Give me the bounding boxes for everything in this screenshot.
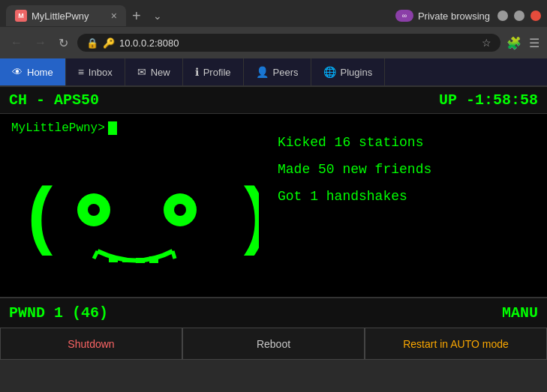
close-window-button[interactable] bbox=[530, 10, 541, 21]
svg-rect-11 bbox=[149, 256, 158, 263]
ascii-area: MyLittlePwny> ( ) bbox=[0, 114, 270, 297]
content-area: MyLittlePwny> ( ) bbox=[0, 114, 547, 298]
plugins-tab-icon: 🌐 bbox=[323, 66, 336, 78]
svg-line-7 bbox=[173, 251, 175, 259]
security-icon: 🔒 bbox=[86, 37, 98, 49]
private-browsing-label: Private browsing bbox=[418, 10, 490, 22]
svg-text:(: ( bbox=[19, 178, 64, 262]
new-tab-button[interactable]: + bbox=[126, 7, 147, 25]
status-bar-top: CH - APS50 UP -1:58:58 bbox=[0, 87, 547, 114]
shutdown-button[interactable]: Shutdown bbox=[0, 328, 182, 360]
refresh-button[interactable]: ↻ bbox=[56, 34, 71, 52]
tab-new[interactable]: ✉ New bbox=[125, 58, 183, 85]
terminal-cursor bbox=[108, 121, 117, 135]
svg-rect-8 bbox=[109, 256, 118, 262]
window-controls bbox=[497, 10, 541, 21]
peers-tab-label: Peers bbox=[273, 67, 299, 78]
plugins-tab-label: Plugins bbox=[341, 67, 373, 78]
nav-tabs: 👁 Home ≡ Inbox ✉ New ℹ Profile 👤 Peers 🌐… bbox=[0, 58, 547, 87]
toolbar-right: 🧩 ☰ bbox=[506, 36, 539, 50]
reboot-button[interactable]: Reboot bbox=[182, 328, 365, 360]
address-extra-icon: 🔑 bbox=[103, 37, 115, 49]
forward-button[interactable]: → bbox=[32, 34, 50, 51]
minimize-button[interactable] bbox=[497, 10, 508, 21]
stats-area: Kicked 16 stations Made 50 new friends G… bbox=[270, 114, 547, 297]
stat-handshakes: Got 1 handshakes bbox=[278, 183, 539, 210]
private-browsing-indicator: ∞ Private browsing bbox=[395, 10, 490, 22]
pwnd-status: PWND 1 (46) bbox=[9, 304, 108, 322]
channel-status: CH - APS50 bbox=[9, 91, 99, 109]
menu-icon[interactable]: ☰ bbox=[529, 36, 539, 50]
tab-dropdown-button[interactable]: ⌄ bbox=[147, 10, 168, 22]
tab-home[interactable]: 👁 Home bbox=[0, 58, 66, 85]
address-input[interactable]: 🔒 🔑 10.0.0.2:8080 ☆ bbox=[77, 34, 500, 52]
main-content: CH - APS50 UP -1:58:58 MyLittlePwny> ( ) bbox=[0, 87, 547, 328]
restore-button[interactable] bbox=[514, 10, 524, 21]
svg-rect-9 bbox=[122, 259, 131, 262]
address-bar: ← → ↻ 🔒 🔑 10.0.0.2:8080 ☆ 🧩 ☰ bbox=[0, 27, 547, 58]
stat-friends: Made 50 new friends bbox=[278, 156, 539, 183]
active-tab[interactable]: M MyLittlePwny × bbox=[6, 5, 126, 26]
inbox-tab-icon: ≡ bbox=[78, 66, 84, 78]
tab-profile[interactable]: ℹ Profile bbox=[183, 58, 244, 85]
new-tab-icon: ✉ bbox=[137, 66, 146, 78]
bookmark-icon[interactable]: ☆ bbox=[482, 37, 491, 49]
back-button[interactable]: ← bbox=[8, 34, 26, 51]
svg-point-5 bbox=[174, 204, 186, 216]
address-text: 10.0.0.2:8080 bbox=[119, 37, 477, 49]
profile-tab-icon: ℹ bbox=[195, 66, 199, 78]
peers-tab-icon: 👤 bbox=[256, 66, 269, 78]
home-tab-label: Home bbox=[27, 67, 53, 78]
tab-peers[interactable]: 👤 Peers bbox=[244, 58, 311, 85]
prompt-line: MyLittlePwny> bbox=[11, 121, 259, 135]
uptime-status: UP -1:58:58 bbox=[439, 91, 538, 109]
tab-title: MyLittlePwny bbox=[32, 10, 89, 22]
tab-close-button[interactable]: × bbox=[111, 10, 117, 22]
tab-plugins[interactable]: 🌐 Plugins bbox=[311, 58, 386, 85]
profile-tab-label: Profile bbox=[203, 67, 231, 78]
tab-bar: M MyLittlePwny × + ⌄ ∞ Private browsing bbox=[0, 0, 547, 27]
status-bar-bottom: PWND 1 (46) MANU bbox=[0, 298, 547, 328]
private-browsing-icon: ∞ bbox=[395, 10, 413, 22]
home-tab-icon: 👁 bbox=[12, 66, 23, 78]
svg-point-3 bbox=[88, 204, 100, 216]
tab-favicon: M bbox=[15, 10, 27, 22]
new-tab-label: New bbox=[151, 67, 170, 78]
terminal-prompt: MyLittlePwny> bbox=[11, 121, 105, 135]
mode-status: MANU bbox=[502, 304, 538, 322]
browser-chrome: M MyLittlePwny × + ⌄ ∞ Private browsing … bbox=[0, 0, 547, 87]
svg-rect-10 bbox=[136, 258, 145, 263]
stat-kicked: Kicked 16 stations bbox=[278, 129, 539, 156]
tab-inbox[interactable]: ≡ Inbox bbox=[66, 58, 125, 85]
action-buttons: Shutdown Reboot Restart in AUTO mode bbox=[0, 328, 547, 360]
extensions-icon[interactable]: 🧩 bbox=[506, 36, 521, 50]
restart-auto-button[interactable]: Restart in AUTO mode bbox=[365, 328, 547, 360]
svg-text:): ) bbox=[233, 178, 259, 262]
svg-line-6 bbox=[94, 251, 98, 259]
ascii-face: ( ) bbox=[11, 142, 259, 285]
inbox-tab-label: Inbox bbox=[89, 67, 113, 78]
